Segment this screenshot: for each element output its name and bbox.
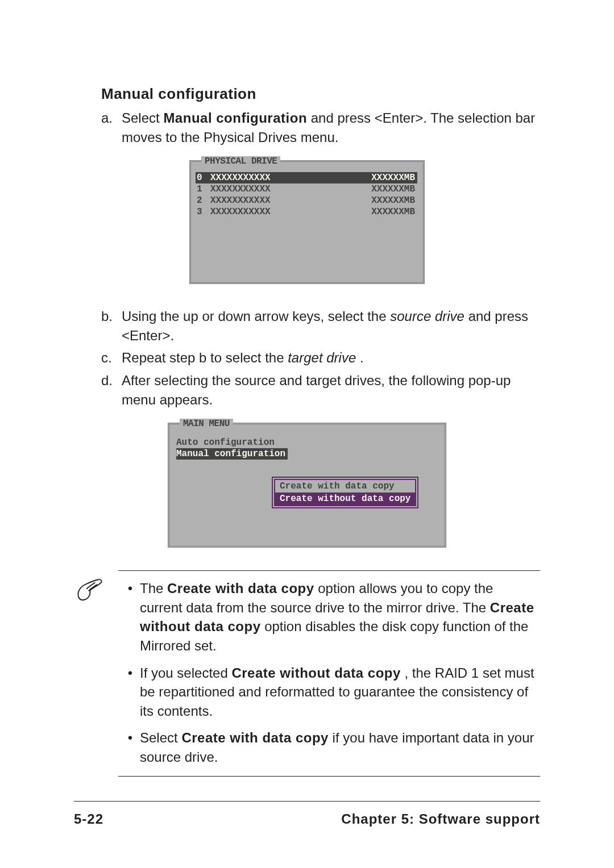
text-segment: .: [360, 350, 364, 365]
bold-term: Create with data copy: [181, 730, 329, 745]
step-marker: b.: [101, 307, 122, 345]
drive-size: XXXXXXMB: [358, 207, 417, 217]
drive-size: XXXXXXMB: [358, 173, 417, 183]
drive-index: 1: [196, 184, 210, 194]
bold-term: Manual configuration: [163, 110, 307, 126]
document-page: Manual configuration a. Select Manual co…: [0, 0, 614, 868]
footer-line: 5-22 Chapter 5: Software support: [74, 811, 540, 827]
step-body: After selecting the source and target dr…: [122, 371, 540, 409]
drive-index: 3: [196, 207, 210, 217]
drive-name: XXXXXXXXXXX: [210, 207, 358, 217]
page-number: 5-22: [74, 811, 103, 827]
main-menu-panel: MAIN MENU Auto configuration Manual conf…: [168, 423, 446, 548]
bullet-icon: •: [121, 663, 140, 721]
italic-term: target drive: [288, 350, 356, 365]
note-body: The Create with data copy option allows …: [140, 579, 538, 655]
panel-title: MAIN MENU: [180, 419, 233, 429]
create-popup: Create with data copy Create without dat…: [272, 477, 418, 508]
footer-rule: [74, 801, 540, 802]
popup-item-with-copy[interactable]: Create with data copy: [275, 480, 415, 493]
text-segment: If you selected: [140, 665, 231, 681]
note-item: • Select Create with data copy if you ha…: [121, 728, 538, 766]
popup-item-without-copy[interactable]: Create without data copy: [275, 493, 415, 505]
menu-body: Auto configuration Manual configuration: [169, 424, 445, 465]
bullet-icon: •: [121, 579, 140, 655]
physical-drive-panel: PHYSICAL DRIVE 0 XXXXXXXXXXX XXXXXXMB 1 …: [189, 160, 425, 284]
note-body: Select Create with data copy if you have…: [140, 728, 538, 766]
note-item: • The Create with data copy option allow…: [121, 579, 538, 655]
bold-term: Create without data copy: [231, 665, 400, 681]
bullet-icon: •: [121, 728, 140, 766]
text-segment: Select: [122, 110, 163, 126]
drive-row[interactable]: 1 XXXXXXXXXXX XXXXXXMB: [196, 183, 417, 195]
drive-index: 0: [196, 173, 210, 183]
step-body: Using the up or down arrow keys, select …: [122, 307, 540, 345]
step-b: b. Using the up or down arrow keys, sele…: [101, 307, 540, 345]
drive-name: XXXXXXXXXXX: [210, 173, 358, 183]
step-c: c. Repeat step b to select the target dr…: [101, 348, 540, 368]
text-segment: The: [140, 581, 167, 596]
note-block: • The Create with data copy option allow…: [74, 570, 540, 776]
menu-item-manual-config[interactable]: Manual configuration: [176, 448, 288, 460]
panel-title: PHYSICAL DRIVE: [201, 156, 280, 166]
drive-size: XXXXXXMB: [358, 195, 417, 206]
note-list: • The Create with data copy option allow…: [121, 579, 538, 766]
drive-row[interactable]: 2 XXXXXXXXXXX XXXXXXMB: [196, 195, 417, 206]
drive-row[interactable]: 3 XXXXXXXXXXX XXXXXXMB: [196, 206, 417, 218]
page-footer: 5-22 Chapter 5: Software support: [74, 801, 540, 827]
drive-name: XXXXXXXXXXX: [210, 195, 358, 206]
section-heading: Manual configuration: [101, 85, 540, 103]
main-menu-figure: MAIN MENU Auto configuration Manual conf…: [74, 423, 540, 548]
step-marker: c.: [101, 348, 122, 368]
bold-term: Create with data copy: [167, 581, 314, 596]
step-d: d. After selecting the source and target…: [101, 371, 540, 409]
chapter-title: Chapter 5: Software support: [341, 811, 540, 827]
text-segment: Select: [140, 730, 181, 745]
text-segment: Repeat step b to select the: [122, 350, 288, 365]
italic-term: source drive: [390, 308, 464, 324]
step-marker: d.: [101, 371, 122, 409]
step-body: Repeat step b to select the target drive…: [122, 348, 540, 368]
note-body: If you selected Create without data copy…: [140, 663, 538, 721]
menu-item-auto-config[interactable]: Auto configuration: [176, 437, 439, 448]
drive-size: XXXXXXMB: [358, 184, 417, 194]
note-hand-icon: [74, 570, 110, 776]
step-a: a. Select Manual configuration and press…: [101, 108, 540, 147]
step-list: a. Select Manual configuration and press…: [101, 108, 540, 147]
drive-row[interactable]: 0 XXXXXXXXXXX XXXXXXMB: [196, 172, 417, 183]
step-body: Select Manual configuration and press <E…: [122, 108, 540, 147]
note-item: • If you selected Create without data co…: [121, 663, 538, 721]
note-text-box: • The Create with data copy option allow…: [118, 570, 540, 776]
step-marker: a.: [101, 108, 122, 147]
drive-index: 2: [196, 195, 210, 206]
drive-name: XXXXXXXXXXX: [210, 184, 358, 194]
physical-drive-figure: PHYSICAL DRIVE 0 XXXXXXXXXXX XXXXXXMB 1 …: [74, 160, 540, 284]
text-segment: Using the up or down arrow keys, select …: [122, 308, 390, 324]
drive-list: 0 XXXXXXXXXXX XXXXXXMB 1 XXXXXXXXXXX XXX…: [191, 162, 423, 223]
step-list-cont: b. Using the up or down arrow keys, sele…: [101, 307, 540, 409]
